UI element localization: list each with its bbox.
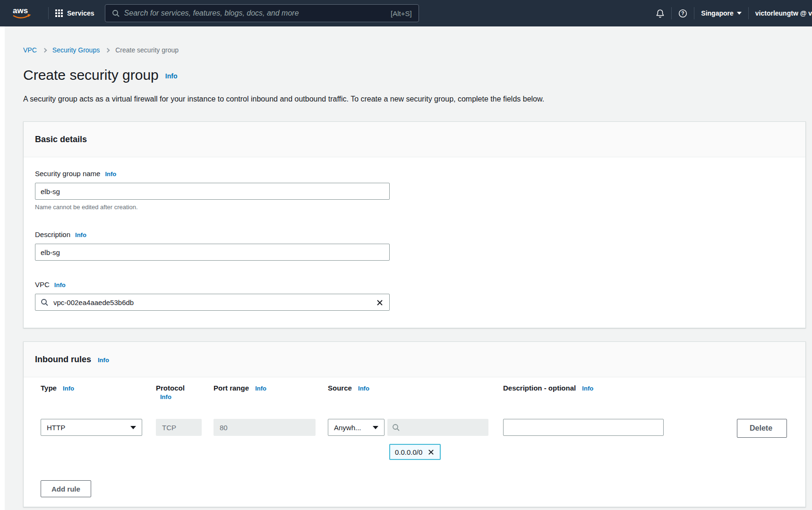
type-select-value: HTTP (47, 424, 65, 432)
page-content: VPC Security Groups Create security grou… (5, 26, 812, 510)
search-icon (41, 298, 48, 308)
security-group-name-info-link[interactable]: Info (105, 170, 116, 178)
chevron-right-icon (42, 48, 47, 52)
notifications-button[interactable] (656, 9, 665, 18)
close-icon (427, 449, 435, 456)
protocol-input (156, 419, 202, 436)
security-group-name-label: Security group name (35, 170, 100, 178)
search-icon (392, 424, 400, 431)
description-info-link[interactable]: Info (75, 231, 86, 238)
nav-divider (48, 7, 49, 19)
basic-details-card: Basic details Security group name Info N… (23, 121, 806, 328)
source-type-select[interactable]: Anywh... (328, 419, 385, 436)
top-navigation-bar: aws Services Search for services, featur… (0, 0, 812, 26)
type-select[interactable]: HTTP (41, 419, 142, 436)
search-placeholder: Search for services, features, blogs, do… (124, 9, 386, 17)
type-column-label: Type (41, 384, 57, 392)
add-rule-button[interactable]: Add rule (41, 480, 91, 497)
basic-details-title: Basic details (35, 134, 87, 144)
vpc-label: VPC (35, 280, 50, 289)
breadcrumb-current: Create security group (115, 46, 179, 54)
page-title: Create security group (23, 66, 159, 84)
breadcrumb: VPC Security Groups Create security grou… (23, 46, 806, 54)
chevron-down-icon (373, 426, 378, 429)
svg-text:aws: aws (13, 6, 28, 15)
vpc-field: VPC Info (35, 280, 794, 311)
bell-icon (656, 9, 665, 18)
type-info-link[interactable]: Info (63, 385, 74, 392)
inbound-rules-header: Inbound rules Info (24, 342, 805, 377)
security-group-name-input[interactable] (35, 183, 390, 200)
delete-rule-button[interactable]: Delete (737, 419, 787, 438)
region-label: Singapore (701, 9, 733, 17)
vpc-info-link[interactable]: Info (54, 281, 66, 289)
description-input[interactable] (35, 244, 390, 261)
source-type-value: Anywh... (334, 424, 361, 432)
description-label: Description (35, 230, 70, 239)
aws-logo[interactable]: aws (11, 6, 33, 21)
rule-description-info-link[interactable]: Info (582, 385, 593, 392)
source-column-label: Source (328, 384, 352, 392)
rule-description-column-label: Description - optional (503, 384, 576, 392)
page-description: A security group acts as a virtual firew… (23, 94, 806, 103)
cidr-chip: 0.0.0.0/0 (389, 444, 441, 460)
services-label: Services (67, 9, 94, 17)
page-title-info-link[interactable]: Info (165, 72, 178, 80)
protocol-info-link[interactable]: Info (160, 393, 171, 400)
security-group-name-field: Security group name Info Name cannot be … (35, 170, 794, 211)
chevron-down-icon (130, 426, 136, 429)
account-label: victorleungtw @ v (755, 9, 812, 17)
clear-vpc-button[interactable] (375, 298, 385, 309)
source-cidr-search-input[interactable] (387, 419, 488, 436)
port-range-column-label: Port range (214, 384, 249, 392)
inbound-rules-title: Inbound rules (35, 354, 91, 365)
cidr-chip-value: 0.0.0.0/0 (395, 448, 422, 456)
security-group-name-hint: Name cannot be edited after creation. (35, 204, 794, 211)
remove-cidr-button[interactable] (427, 448, 435, 456)
svg-text:?: ? (682, 11, 684, 16)
services-menu-button[interactable]: Services (55, 9, 94, 17)
close-icon (376, 299, 384, 306)
search-shortcut-hint: [Alt+S] (391, 9, 412, 17)
chevron-right-icon (105, 48, 110, 52)
search-icon (112, 9, 120, 17)
inbound-rules-info-link[interactable]: Info (98, 357, 109, 364)
services-grid-icon (55, 9, 63, 17)
account-menu[interactable]: victorleungtw @ v (755, 9, 812, 17)
global-search-input[interactable]: Search for services, features, blogs, do… (105, 4, 419, 22)
nav-right-group: ? Singapore victorleungtw @ v (656, 7, 812, 19)
nav-divider (671, 7, 672, 19)
description-field: Description Info (35, 230, 794, 261)
nav-divider (694, 7, 694, 19)
port-range-info-link[interactable]: Info (255, 385, 266, 392)
protocol-column-label: Protocol (156, 384, 185, 392)
help-button[interactable]: ? (678, 9, 687, 18)
inbound-rule-row: Type Info HTTP Protocol Info (35, 384, 794, 460)
chevron-down-icon (737, 12, 742, 15)
vpc-select-input[interactable] (35, 294, 390, 311)
rule-description-input[interactable] (503, 419, 664, 436)
region-selector[interactable]: Singapore (701, 9, 741, 17)
help-icon: ? (678, 9, 687, 18)
source-info-link[interactable]: Info (358, 385, 369, 392)
basic-details-header: Basic details (24, 122, 805, 157)
port-range-input (214, 419, 316, 436)
breadcrumb-vpc-link[interactable]: VPC (23, 46, 37, 54)
nav-divider (748, 7, 749, 19)
inbound-rules-card: Inbound rules Info Type Info HTTP (23, 341, 806, 507)
breadcrumb-security-groups-link[interactable]: Security Groups (52, 46, 100, 54)
